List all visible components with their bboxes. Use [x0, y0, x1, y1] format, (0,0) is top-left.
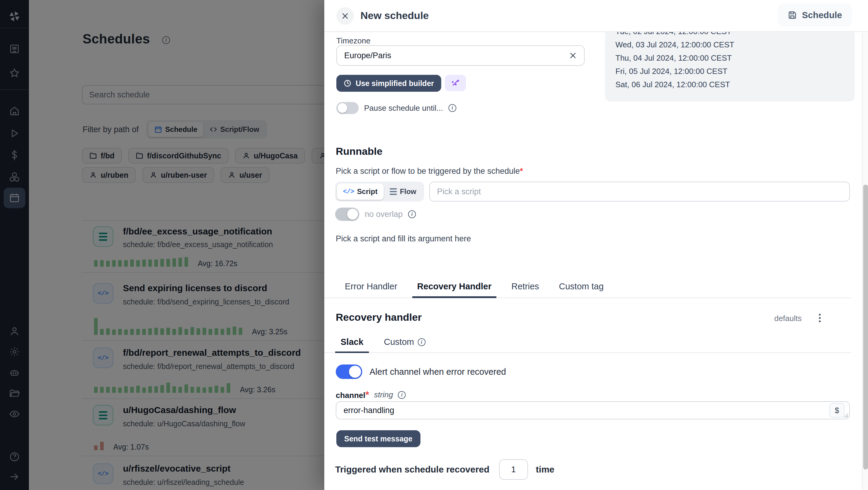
info-icon[interactable]: [448, 104, 456, 112]
recovery-subtabs: Slack Custom: [324, 333, 851, 353]
pause-schedule-row: Pause schedule until...: [336, 102, 456, 114]
info-icon[interactable]: [408, 210, 416, 218]
tab-recovery-handler[interactable]: Recovery Handler: [412, 277, 496, 298]
kind-script-option[interactable]: </> Script: [337, 183, 384, 200]
alert-channel-row: Alert channel when error recovered: [336, 365, 506, 379]
drawer-header: New schedule Schedule: [324, 0, 868, 32]
resize-handle[interactable]: [843, 413, 848, 417]
preview-date: Thu, 04 Jul 2024, 12:00:00 CEST: [615, 51, 855, 64]
close-button[interactable]: [336, 7, 354, 25]
triggered-count-row: Triggered when schedule recovered 1 time: [335, 458, 555, 481]
subtab-custom[interactable]: Custom: [378, 333, 431, 353]
script-picker-input[interactable]: Pick a script: [429, 182, 850, 202]
channel-type: string: [374, 390, 393, 400]
drawer-scrollbar[interactable]: [862, 33, 868, 490]
preview-date: Tue, 02 Jul 2024, 12:00:00 CEST: [615, 32, 855, 38]
alert-channel-label: Alert channel when error recovered: [370, 367, 506, 377]
runnable-heading: Runnable: [336, 145, 382, 157]
no-overlap-toggle[interactable]: [335, 208, 359, 221]
info-icon[interactable]: [398, 391, 406, 399]
triggered-suffix: time: [536, 464, 555, 474]
save-schedule-button[interactable]: Schedule: [778, 4, 852, 27]
pause-label: Pause schedule until...: [364, 104, 443, 113]
required-mark: *: [520, 167, 523, 176]
scrollbar-thumb[interactable]: [863, 185, 868, 469]
runnable-kind-toggle: </> Script Flow: [335, 182, 424, 202]
no-overlap-row: no overlap: [335, 208, 416, 221]
timezone-input[interactable]: Europe/Paris: [336, 45, 585, 66]
clock-icon: [344, 79, 351, 87]
timezone-label: Timezone: [336, 36, 370, 46]
app-screen: Schedules Search schedule Filter by path…: [0, 0, 868, 490]
triggered-prefix: Triggered when schedule recovered: [335, 464, 490, 474]
tab-retries[interactable]: Retries: [507, 277, 544, 298]
clear-icon: [569, 52, 577, 59]
preview-date: Sat, 06 Jul 2024, 12:00:00 CEST: [615, 78, 855, 91]
new-schedule-drawer: New schedule Schedule Tue, 02 Jul 2024, …: [324, 0, 868, 490]
recovery-handler-heading: Recovery handler: [336, 311, 422, 323]
close-icon: [341, 12, 349, 20]
channel-field-label: channel* string: [336, 389, 406, 400]
channel-input[interactable]: error-handling $: [336, 401, 850, 420]
no-overlap-label: no overlap: [365, 210, 403, 219]
runnable-description: Pick a script or flow to be triggered by…: [336, 167, 523, 176]
save-icon: [787, 10, 797, 20]
schedule-preview-panel: Tue, 02 Jul 2024, 12:00:00 CEST Wed, 03 …: [605, 32, 855, 102]
preview-date: Wed, 03 Jul 2024, 12:00:00 CEST: [615, 38, 855, 51]
alert-channel-toggle[interactable]: [336, 365, 362, 379]
runnable-hint: Pick a script and fill its argument here: [336, 234, 471, 243]
send-test-message-button[interactable]: Send test message: [336, 430, 421, 447]
defaults-label[interactable]: defaults: [774, 314, 802, 323]
flow-icon: [390, 188, 397, 195]
simplified-builder-button[interactable]: Use simplified builder: [336, 75, 441, 92]
tab-error-handler[interactable]: Error Handler: [340, 277, 402, 298]
pause-toggle[interactable]: [336, 102, 359, 114]
info-icon[interactable]: [418, 338, 426, 346]
subtab-slack[interactable]: Slack: [335, 333, 369, 353]
wand-sparkles-icon: [451, 79, 460, 87]
preview-date: Fri, 05 Jul 2024, 12:00:00 CEST: [615, 64, 855, 78]
code-icon: </>: [343, 188, 354, 196]
kebab-menu-icon[interactable]: [815, 313, 825, 323]
required-mark: *: [365, 389, 369, 400]
tab-custom-tag[interactable]: Custom tag: [554, 277, 609, 298]
drawer-body: Tue, 02 Jul 2024, 12:00:00 CEST Wed, 03 …: [324, 32, 868, 490]
modal-overlay[interactable]: [0, 0, 324, 490]
kind-flow-option[interactable]: Flow: [384, 183, 423, 200]
drawer-title: New schedule: [361, 10, 429, 22]
script-picker-placeholder: Pick a script: [437, 187, 481, 196]
variable-picker-button[interactable]: $: [830, 403, 844, 417]
clear-timezone-button[interactable]: [569, 52, 577, 59]
recovered-times-input[interactable]: 1: [499, 459, 528, 480]
ai-wand-button[interactable]: [445, 75, 466, 91]
handler-tabs: Error Handler Recovery Handler Retries C…: [324, 277, 851, 298]
